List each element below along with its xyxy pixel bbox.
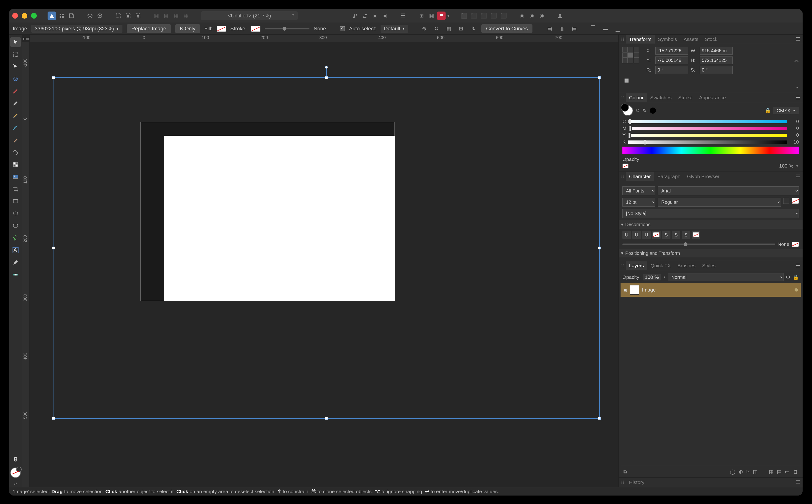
sampled-colour[interactable] [650, 108, 656, 114]
crop-layer-icon[interactable]: ◫ [753, 469, 758, 475]
rotation-handle[interactable] [325, 66, 328, 69]
eyedropper-icon[interactable]: ✎ [642, 108, 647, 113]
persona-pixel-icon[interactable] [57, 12, 66, 20]
selection-box[interactable] [53, 77, 599, 419]
positioning-section-header[interactable]: ▾Positioning and Transform [619, 249, 803, 257]
align-left-icon[interactable]: ▤ [546, 25, 554, 33]
decorations-section-header[interactable]: ▾Decorations [619, 220, 803, 229]
arrange-backone-icon[interactable]: ▦ [162, 12, 170, 20]
minimise-window[interactable] [22, 13, 27, 19]
tab-brushes[interactable]: Brushes [674, 261, 699, 270]
snap-opts-icon[interactable]: ▦ [427, 12, 436, 20]
transparency-tool[interactable] [10, 159, 21, 170]
fx-icon[interactable]: fx [746, 469, 750, 474]
autoselect-checkbox[interactable] [340, 26, 345, 31]
underline-colour[interactable] [652, 231, 661, 239]
add-layer-icon[interactable]: ▤ [777, 469, 782, 475]
group-icon[interactable]: ▭ [785, 469, 790, 475]
grid-icon[interactable]: ⊞ [457, 25, 465, 33]
panel-menu-icon[interactable]: ☰ [796, 480, 800, 485]
double-underline-button[interactable]: U [642, 231, 651, 239]
font-bg-swatch[interactable] [792, 198, 799, 204]
stroke-width-slider[interactable] [265, 28, 310, 29]
corner-tool[interactable] [10, 86, 21, 96]
ruler-horizontal[interactable]: mm -100 0 100 200 300 400 500 600 700 [30, 35, 619, 42]
font-weight-dropdown[interactable]: Regular [658, 198, 781, 207]
tab-assets[interactable]: Assets [680, 35, 702, 44]
persona-designer-icon[interactable] [48, 12, 56, 20]
k-only-button[interactable]: K Only [175, 24, 200, 33]
fill-stroke-selector[interactable] [623, 105, 633, 116]
align-bottom-icon[interactable]: ▁ [614, 25, 622, 33]
rounded-rect-tool[interactable] [10, 220, 21, 231]
layer-compound-icon[interactable]: ⧉ [624, 469, 627, 475]
strike-button[interactable]: S [662, 231, 671, 239]
layer-settings-icon[interactable]: ⚙ [786, 274, 790, 280]
account-icon[interactable] [556, 12, 564, 20]
boolean-int-icon[interactable]: ⬛ [479, 12, 488, 20]
layer-checkbox-icon[interactable]: ▣ [624, 288, 627, 292]
transform-w-input[interactable] [700, 47, 733, 55]
boolean-div-icon[interactable]: ⬛ [499, 12, 508, 20]
tab-stock[interactable]: Stock [702, 35, 721, 44]
deco-swatch[interactable] [792, 242, 799, 247]
tab-appearance[interactable]: Appearance [696, 93, 729, 102]
transform-y-input[interactable] [656, 56, 688, 64]
artistic-text-tool[interactable]: A [10, 245, 21, 255]
rectangle-tool[interactable] [10, 196, 21, 206]
colour-mode-dropdown[interactable]: CMYK ▼ [773, 107, 799, 114]
insert-target-icon[interactable]: ◉ [518, 12, 526, 20]
boolean-xor-icon[interactable]: ⬛ [489, 12, 498, 20]
arrange-back-icon[interactable]: ▦ [152, 12, 160, 20]
convert-curves-icon[interactable]: ↯ [469, 25, 477, 33]
tab-paragraph[interactable]: Paragraph [654, 172, 684, 181]
text-style-dropdown[interactable]: [No Style] [623, 209, 799, 218]
rotate-cw-icon[interactable]: ▣ [381, 12, 389, 20]
flip-h-icon[interactable] [351, 12, 359, 20]
double-strike-button[interactable]: S [682, 231, 690, 239]
panel-menu-icon[interactable]: ☰ [796, 36, 800, 42]
tab-transform[interactable]: Transform [626, 35, 655, 44]
handle-tl[interactable] [52, 76, 55, 79]
ruler-vertical[interactable]: -100 0 100 200 300 400 500 [22, 42, 30, 487]
autoselect-dropdown[interactable]: Default ▼ [381, 25, 408, 33]
zoom-window[interactable] [31, 13, 37, 19]
handle-br[interactable] [598, 417, 601, 420]
custom-shape-tool[interactable] [10, 233, 21, 243]
handle-bm[interactable] [325, 417, 328, 420]
tab-quickfx[interactable]: Quick FX [647, 261, 674, 270]
preflight-warn-icon[interactable]: ⚑ [437, 12, 446, 20]
transform-r-input[interactable] [656, 66, 688, 74]
layer-item-image[interactable]: ▣ Image [621, 283, 801, 297]
transform-h-input[interactable] [700, 56, 733, 64]
select-same-icon[interactable] [124, 12, 132, 20]
font-colour-swatch[interactable] [783, 198, 789, 204]
fill-swatch[interactable] [217, 26, 226, 32]
close-window[interactable] [12, 13, 18, 19]
insert-inside-icon[interactable]: ◉ [527, 12, 536, 20]
image-info-dropdown[interactable]: 3360x2100 pixels @ 93dpi (323%) ▼ [31, 25, 122, 33]
transform-s-input[interactable] [700, 66, 733, 74]
arrange-front-icon[interactable]: ▦ [182, 12, 190, 20]
deco-slider[interactable] [623, 244, 775, 245]
select-all-icon[interactable] [114, 12, 122, 20]
tab-layers[interactable]: Layers [626, 261, 647, 270]
tab-glyph[interactable]: Glyph Browser [684, 172, 723, 181]
stroke-swatch[interactable] [251, 26, 261, 32]
font-size-dropdown[interactable]: 12 pt [623, 198, 656, 207]
pencil-tool[interactable] [10, 110, 21, 121]
document-title[interactable]: <Untitled> (21.7%) * [201, 11, 298, 20]
hide-selection-icon[interactable]: ▨ [445, 25, 453, 33]
underline-button[interactable]: U [623, 231, 631, 239]
tab-stroke[interactable]: Stroke [675, 93, 696, 102]
arrange-frontone-icon[interactable]: ▦ [172, 12, 180, 20]
boolean-sub-icon[interactable]: ⬛ [470, 12, 478, 20]
contour-tool[interactable] [10, 74, 21, 84]
panel-menu-icon[interactable]: ☰ [796, 263, 800, 268]
snap-icon[interactable]: ⊞ [417, 12, 426, 20]
black-slider[interactable] [628, 140, 787, 144]
anchor-widget[interactable] [623, 47, 639, 63]
move-tool[interactable] [10, 37, 21, 47]
shape-builder-tool[interactable] [10, 147, 21, 157]
replace-image-button[interactable]: Replace Image [127, 24, 171, 33]
